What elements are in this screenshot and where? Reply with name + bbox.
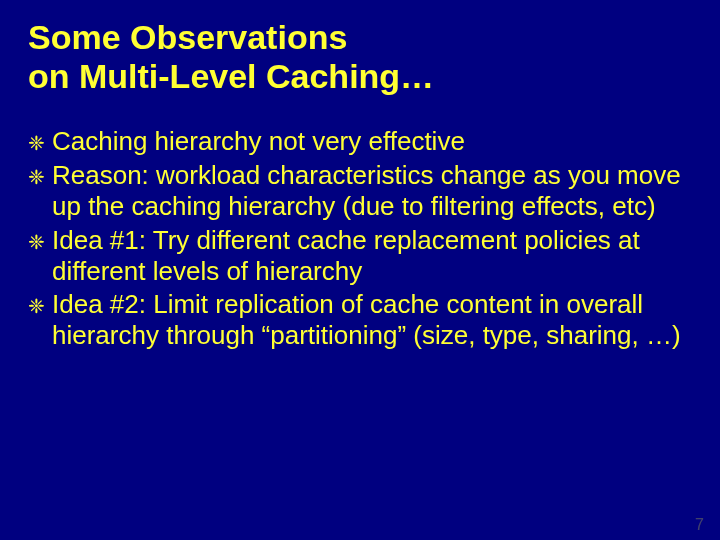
slide-body: ❈ Caching hierarchy not very effective ❈…	[28, 126, 692, 351]
list-item-text: Reason: workload characteristics change …	[52, 160, 692, 222]
bullet-icon: ❈	[28, 289, 52, 321]
list-item: ❈ Idea #1: Try different cache replaceme…	[28, 225, 692, 287]
title-line-1: Some Observations	[28, 18, 347, 56]
bullet-icon: ❈	[28, 126, 52, 158]
bullet-icon: ❈	[28, 225, 52, 257]
slide-title: Some Observations on Multi-Level Caching…	[28, 18, 692, 96]
slide: Some Observations on Multi-Level Caching…	[0, 0, 720, 540]
list-item: ❈ Caching hierarchy not very effective	[28, 126, 692, 158]
title-line-2: on Multi-Level Caching…	[28, 57, 434, 95]
bullet-icon: ❈	[28, 160, 52, 192]
list-item: ❈ Idea #2: Limit replication of cache co…	[28, 289, 692, 351]
list-item-text: Idea #2: Limit replication of cache cont…	[52, 289, 692, 351]
list-item: ❈ Reason: workload characteristics chang…	[28, 160, 692, 222]
page-number: 7	[695, 516, 704, 534]
list-item-text: Idea #1: Try different cache replacement…	[52, 225, 692, 287]
list-item-text: Caching hierarchy not very effective	[52, 126, 692, 157]
